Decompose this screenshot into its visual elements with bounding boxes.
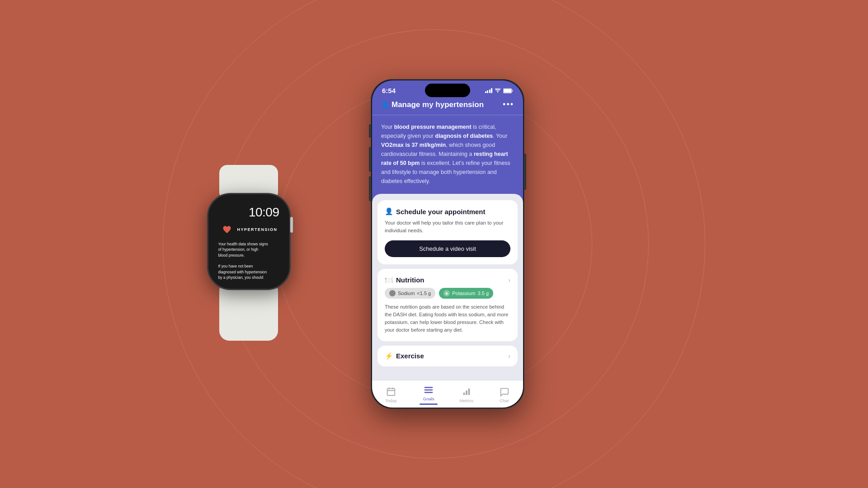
status-icons: [485, 88, 514, 94]
today-icon: [386, 387, 396, 397]
sodium-label: Sodium: [398, 291, 415, 296]
nutrition-icon: 🍽️: [385, 276, 393, 284]
nutrition-badges: Sodium <1.5 g Potassium 3.5 g: [385, 288, 510, 299]
tab-metrics[interactable]: Metrics: [448, 387, 486, 403]
status-bar: 6:54: [372, 80, 523, 98]
svg-rect-3: [387, 389, 395, 396]
status-time: 6:54: [382, 87, 396, 94]
exercise-card: ⚡ Exercise ›: [377, 346, 518, 366]
schedule-video-visit-button[interactable]: Schedule a video visit: [385, 240, 510, 257]
watch-crown: [290, 217, 293, 233]
header-title-row: 👤 Manage my hypertension: [381, 100, 484, 109]
watch-description: Your health data shows signs of hyperten…: [218, 241, 279, 280]
app-header: 👤 Manage my hypertension •••: [372, 98, 523, 115]
potassium-badge: Potassium 3.5 g: [439, 288, 493, 299]
exercise-chevron-icon[interactable]: ›: [508, 352, 510, 360]
watch-time: 10:09: [218, 205, 279, 220]
person-icon: 👤: [381, 101, 389, 108]
nutrition-card: 🍽️ Nutrition › Sodium <1.5 g: [377, 269, 518, 341]
iphone: 6:54: [371, 79, 524, 409]
tab-today-label: Today: [385, 398, 396, 403]
svg-point-2: [391, 291, 394, 295]
nutrition-card-title: 🍽️ Nutrition: [385, 276, 424, 284]
header-title: Manage my hypertension: [392, 100, 484, 109]
watch-body: 10:09 HYPERTENSION Your health data show…: [207, 193, 291, 290]
potassium-icon: [443, 290, 450, 296]
chat-icon: [499, 387, 509, 397]
appointment-card-title-row: 👤 Schedule your appointment: [385, 207, 510, 216]
tab-bar: Today Goals: [372, 380, 523, 408]
svg-rect-12: [468, 389, 470, 395]
sodium-badge: Sodium <1.5 g: [385, 288, 435, 299]
goals-icon: [424, 385, 434, 395]
tab-goals-label: Goals: [423, 396, 434, 401]
appointment-card-subtitle: Your doctor will help you tailor this ca…: [385, 219, 510, 235]
cards-area: 👤 Schedule your appointment Your doctor …: [372, 194, 523, 380]
sodium-value: <1.5 g: [417, 291, 431, 296]
watch-band-bottom: [219, 286, 278, 341]
battery-icon: [503, 88, 513, 94]
exercise-icon: ⚡: [385, 352, 393, 360]
watch-heart-icon: [220, 222, 234, 237]
watch-band-top: [219, 165, 278, 197]
watch-condition-label: HYPERTENSION: [237, 227, 277, 232]
svg-rect-11: [466, 390, 467, 395]
appointment-card-title: 👤 Schedule your appointment: [385, 207, 486, 216]
tab-goals[interactable]: Goals: [410, 385, 448, 405]
exercise-card-title: ⚡ Exercise: [385, 352, 424, 360]
wifi-icon: [495, 88, 501, 93]
nutrition-card-title-row: 🍽️ Nutrition ›: [385, 276, 510, 284]
watch-title-row: HYPERTENSION: [218, 222, 279, 237]
tab-metrics-label: Metrics: [459, 398, 473, 403]
apple-watch: 10:09 HYPERTENSION Your health data show…: [194, 165, 303, 341]
more-options-icon[interactable]: •••: [503, 100, 514, 109]
sodium-icon: [389, 290, 396, 296]
appointment-card: 👤 Schedule your appointment Your doctor …: [377, 200, 518, 264]
hero-text: Your blood pressure management is critic…: [381, 122, 514, 186]
iphone-screen: 6:54: [372, 80, 523, 408]
tab-today[interactable]: Today: [372, 387, 410, 403]
tab-chat[interactable]: Chat: [486, 387, 524, 403]
nutrition-description: These nutrition goals are based on the s…: [385, 303, 510, 334]
scene: 10:09 HYPERTENSION Your health data show…: [231, 41, 637, 447]
nutrition-chevron-icon[interactable]: ›: [508, 277, 510, 284]
potassium-value: 3.5 g: [478, 291, 489, 296]
hero-section: Your blood pressure management is critic…: [372, 115, 523, 194]
active-tab-indicator: [420, 404, 438, 405]
iphone-body: 6:54: [371, 79, 524, 409]
metrics-icon: [462, 387, 472, 397]
dynamic-island: [425, 84, 470, 97]
svg-rect-1: [504, 89, 511, 93]
tab-chat-label: Chat: [500, 398, 509, 403]
calendar-person-icon: 👤: [385, 207, 393, 216]
signal-bars-icon: [485, 88, 493, 93]
svg-rect-10: [463, 393, 465, 395]
watch-screen: 10:09 HYPERTENSION Your health data show…: [212, 198, 286, 285]
potassium-label: Potassium: [452, 291, 475, 296]
